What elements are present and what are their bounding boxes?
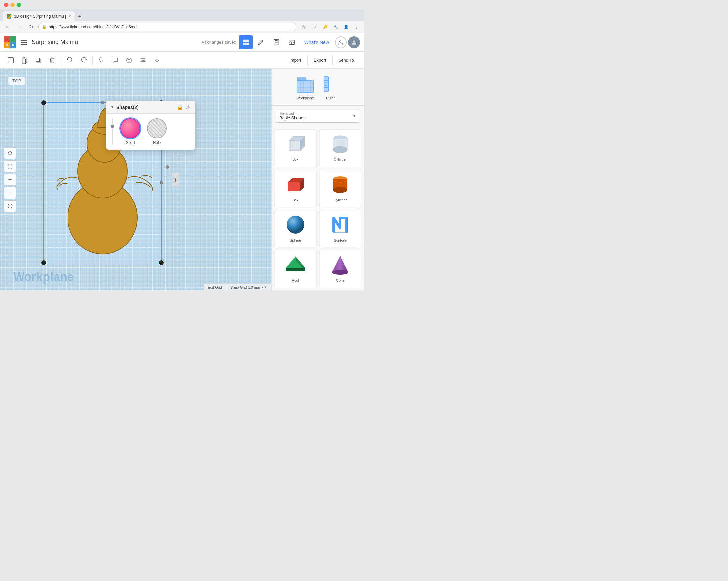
snap-grid-arrows[interactable]: ▲▼ (261, 286, 267, 289)
wallet-button[interactable]: 🛡 (310, 23, 319, 32)
sphere-icon (284, 213, 307, 236)
home-icon (7, 150, 13, 156)
cone-label: Cone (336, 278, 344, 282)
svg-point-77 (332, 270, 348, 274)
export-button[interactable]: Export (307, 55, 332, 65)
ruler-tool[interactable]: Ruler (321, 74, 340, 100)
align-button[interactable] (136, 54, 150, 67)
grid-view-button[interactable] (239, 35, 253, 49)
sidebar-collapse-button[interactable]: ❯ (172, 173, 179, 186)
whats-new-button[interactable]: What's New (301, 38, 332, 47)
fit-icon (7, 163, 13, 169)
solid-shape-option[interactable]: Solid (121, 118, 140, 145)
zoom-in-button[interactable]: + (4, 174, 16, 186)
mirror-button[interactable] (150, 54, 163, 67)
browser-actions: ☆ 🛡 🔑 🔧 👤 ⋮ (299, 23, 361, 32)
hole-shape-option[interactable]: Hole (147, 118, 167, 145)
code-block-button[interactable] (285, 35, 298, 49)
handle-tc[interactable] (101, 101, 104, 104)
library-dropdown[interactable]: Tinkercad Basic Shapes ▼ (276, 109, 360, 123)
duplicate-button[interactable] (32, 54, 45, 67)
person-add-icon (338, 39, 344, 45)
extensions-button[interactable]: 🔧 (331, 23, 340, 32)
undo-icon (66, 57, 74, 64)
handle-mr[interactable] (160, 181, 163, 184)
svg-point-9 (353, 41, 356, 43)
right-sidebar: Workplane Ruler (271, 69, 364, 290)
box-wire-icon (284, 132, 307, 156)
shape-cylinder-wire[interactable]: Cylinder (319, 129, 362, 167)
hamburger-menu[interactable] (19, 37, 29, 48)
delete-button[interactable] (46, 54, 59, 67)
shape-box-solid[interactable]: Box (274, 170, 317, 208)
shape-cylinder-solid[interactable]: Cylinder (319, 170, 362, 208)
shape-roof[interactable]: Roof (274, 250, 317, 288)
measure-button[interactable] (123, 54, 136, 67)
send-to-button[interactable]: Send To (332, 55, 360, 65)
edit-grid-button[interactable]: Edit Grid (204, 284, 226, 290)
paste-button[interactable] (18, 54, 31, 67)
lightbulb-button[interactable] (95, 54, 108, 67)
import-button[interactable]: Import (283, 55, 307, 65)
handle-midright[interactable] (166, 165, 169, 169)
handle-br[interactable] (159, 260, 164, 265)
password-button[interactable]: 🔑 (320, 23, 330, 32)
handle-tl[interactable] (41, 100, 46, 105)
home-view-button[interactable] (4, 147, 16, 159)
workplane-tool[interactable]: Workplane (295, 74, 315, 100)
shape-cone[interactable]: Cone (319, 250, 362, 288)
snap-grid-control[interactable]: Snap Grid 1.0 mm ▲▼ (226, 284, 271, 290)
shape-scribble[interactable]: Scribble (319, 210, 362, 248)
scribble-label: Scribble (334, 238, 347, 242)
workplane-icon (295, 74, 315, 94)
svg-point-15 (127, 58, 132, 62)
lock-shape-icon[interactable]: 🔒 (177, 104, 183, 110)
profile-button[interactable]: 👤 (341, 23, 351, 32)
shape-sphere[interactable]: Sphere (274, 210, 317, 248)
scribble-icon (329, 213, 352, 236)
new-tab-button[interactable]: + (75, 12, 84, 21)
shape-box-wire[interactable]: Box (274, 129, 317, 167)
svg-marker-75 (286, 268, 306, 271)
new-design-button[interactable] (4, 54, 17, 67)
user-button[interactable] (335, 36, 360, 48)
handle-bl[interactable] (41, 260, 46, 265)
tinkercad-logo[interactable]: T I N K (4, 36, 16, 48)
maximize-button[interactable] (17, 3, 21, 7)
minimize-button[interactable] (10, 3, 15, 7)
lightbulb-shape-icon[interactable]: ⚠ (186, 104, 190, 110)
bookmark-button[interactable]: ☆ (299, 23, 308, 32)
shapes-panel: ▼ Shapes(2) 🔒 ⚠ (106, 101, 195, 150)
shapes-grid: Box (272, 127, 364, 290)
opacity-slider[interactable] (110, 118, 114, 145)
fit-view-button[interactable] (4, 160, 16, 173)
edit-grid-label: Edit Grid (208, 285, 222, 289)
forward-button[interactable]: → (15, 23, 24, 32)
close-button[interactable] (4, 3, 8, 7)
undo-button[interactable] (63, 54, 76, 67)
orientation-button[interactable] (4, 200, 16, 212)
box-wire-label: Box (292, 158, 298, 161)
back-button[interactable]: ← (3, 23, 12, 32)
panel-collapse-icon[interactable]: ▼ (110, 105, 114, 109)
svg-point-8 (339, 41, 341, 42)
hamburger-line (21, 44, 27, 45)
redo-button[interactable] (77, 54, 90, 67)
reload-button[interactable]: ↻ (26, 23, 36, 32)
sphere-label: Sphere (290, 238, 301, 242)
canvas-area[interactable]: TOP (0, 69, 271, 290)
save-button[interactable] (269, 35, 283, 49)
address-field[interactable]: 🔒 https://www.tinkercad.com/things/itJUB… (38, 23, 296, 31)
user-avatar (348, 36, 360, 48)
edit-tool-button[interactable] (254, 35, 268, 49)
chat-icon (111, 57, 119, 64)
design-name[interactable]: Surprising Maimu (32, 39, 78, 46)
tab-close-button[interactable]: × (69, 14, 71, 19)
box-solid-label: Box (292, 198, 298, 202)
zoom-out-button[interactable]: − (4, 187, 16, 199)
menu-button[interactable]: ⋮ (352, 23, 361, 32)
svg-rect-14 (36, 58, 40, 61)
active-tab[interactable]: 3D design Surprising Maimu | × (3, 11, 75, 21)
chat-button[interactable] (108, 54, 122, 67)
logo-k: K (10, 42, 16, 48)
